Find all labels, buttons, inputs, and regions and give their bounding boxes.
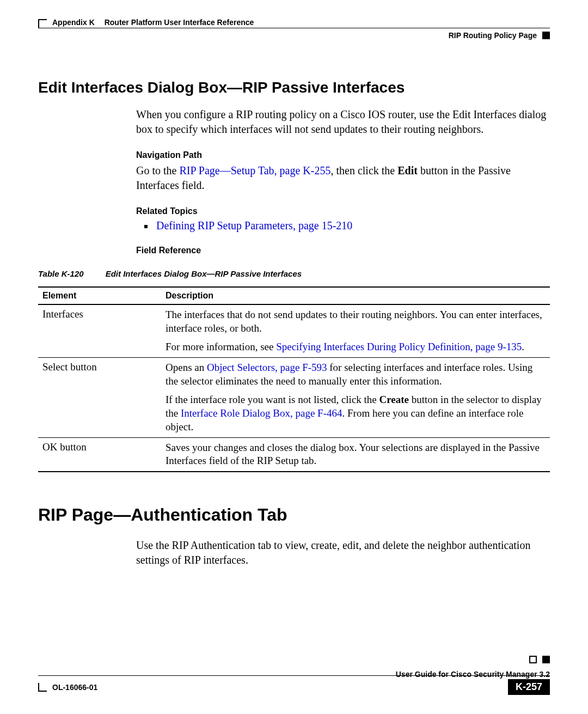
square-icon: [542, 656, 550, 663]
th-description: Description: [161, 287, 550, 304]
link-object-selectors[interactable]: Object Selectors, page F-593: [207, 362, 327, 373]
text: Go to the: [136, 164, 179, 176]
crop-mark-icon: [38, 683, 47, 692]
text: Saves your changes and closes the dialog…: [166, 441, 546, 468]
document-page: Appendix K Router Platform User Interfac…: [0, 0, 588, 714]
guide-title: User Guide for Cisco Security Manager 3.…: [396, 670, 550, 679]
link-specifying-interfaces[interactable]: Specifying Interfaces During Policy Defi…: [276, 341, 522, 352]
cell-element: Select button: [38, 358, 161, 437]
header-section-label: RIP Routing Policy Page: [449, 31, 537, 40]
text: For more information, see Specifying Int…: [166, 340, 546, 354]
table-number: Table K-120: [38, 269, 84, 278]
cell-description: Opens an Object Selectors, page F-593 fo…: [161, 358, 550, 437]
link-defining-rip-setup[interactable]: Defining RIP Setup Parameters, page 15-2…: [156, 219, 352, 232]
auth-intro-paragraph: Use the RIP Authentication tab to view, …: [136, 538, 550, 567]
doc-id-text: OL-16066-01: [52, 683, 97, 692]
table-title: Edit Interfaces Dialog Box—RIP Passive I…: [106, 269, 302, 278]
page-number: K-257: [508, 679, 550, 695]
cell-description: Saves your changes and closes the dialog…: [161, 437, 550, 472]
table-caption: Table K-120Edit Interfaces Dialog Box—RI…: [38, 269, 550, 278]
text: Opens an Object Selectors, page F-593 fo…: [166, 361, 546, 388]
text: If the interface role you want is not li…: [166, 394, 379, 405]
related-topics-heading: Related Topics: [136, 206, 550, 216]
field-reference-heading: Field Reference: [136, 246, 550, 255]
text: , then click the: [330, 164, 397, 176]
text: Opens an: [166, 362, 207, 373]
table-row: Interfaces The interfaces that do not se…: [38, 304, 550, 358]
text: For more information, see: [166, 341, 276, 352]
nav-path-heading: Navigation Path: [136, 150, 550, 160]
doc-id: OL-16066-01: [38, 683, 97, 692]
bold-create: Create: [379, 394, 409, 405]
link-interface-role-dialog[interactable]: Interface Role Dialog Box, page F-464: [181, 407, 342, 419]
square-outline-icon: [529, 656, 537, 663]
link-rip-setup-tab[interactable]: RIP Page—Setup Tab, page K-255: [179, 164, 330, 176]
crop-mark-icon: [38, 19, 47, 28]
cell-element: Interfaces: [38, 304, 161, 358]
bold-edit: Edit: [397, 164, 418, 176]
field-reference-table: Element Description Interfaces The inter…: [38, 286, 550, 472]
table-row: Select button Opens an Object Selectors,…: [38, 358, 550, 437]
text: If the interface role you want is not li…: [166, 393, 546, 434]
nav-path-text: Go to the RIP Page—Setup Tab, page K-255…: [136, 163, 550, 193]
section-heading-auth-tab: RIP Page—Authentication Tab: [38, 505, 550, 525]
cell-element: OK button: [38, 437, 161, 472]
intro-paragraph: When you configure a RIP routing policy …: [136, 107, 550, 137]
bullet-icon: [144, 225, 148, 228]
section-heading-edit-interfaces: Edit Interfaces Dialog Box—RIP Passive I…: [38, 79, 550, 96]
related-topic-item: Defining RIP Setup Parameters, page 15-2…: [144, 219, 550, 232]
table-row: OK button Saves your changes and closes …: [38, 437, 550, 472]
text: .: [522, 341, 524, 352]
page-footer: User Guide for Cisco Security Manager 3.…: [38, 675, 550, 695]
text: The interfaces that do not send updates …: [166, 308, 546, 335]
page-header: Appendix K Router Platform User Interfac…: [38, 19, 550, 46]
header-section-row: RIP Routing Policy Page: [449, 31, 550, 40]
th-element: Element: [38, 287, 161, 304]
square-icon: [542, 32, 550, 39]
appendix-label: Appendix K Router Platform User Interfac…: [52, 18, 254, 27]
header-rule: [38, 28, 550, 28]
footer-row: OL-16066-01 K-257: [38, 679, 550, 695]
cell-description: The interfaces that do not send updates …: [161, 304, 550, 358]
page-body: Edit Interfaces Dialog Box—RIP Passive I…: [38, 79, 550, 567]
